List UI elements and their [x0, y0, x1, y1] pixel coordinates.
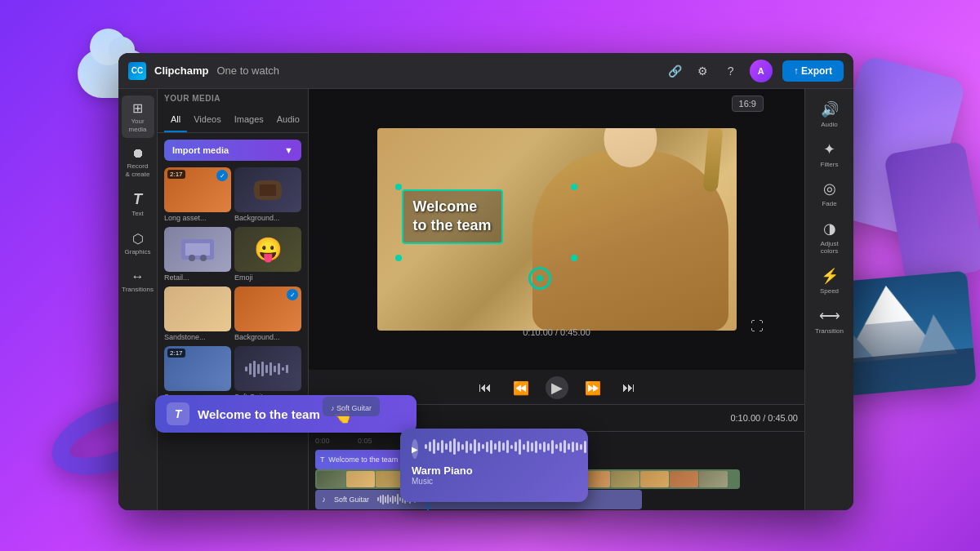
export-button[interactable]: ↑ Export — [782, 60, 844, 82]
media-item-6[interactable]: 2:17 Screen... — [164, 346, 231, 402]
soft-guitar-label: ♪ Soft Guitar — [331, 404, 372, 412]
svg-rect-15 — [265, 365, 268, 373]
sidebar-item-transitions[interactable]: ↔ Transitions — [122, 264, 154, 299]
step-back-button[interactable]: ⏪ — [510, 376, 532, 399]
svg-rect-16 — [270, 362, 272, 375]
colors-sidebar-label: Adjust colors — [812, 240, 848, 256]
import-media-button[interactable]: Import media ▼ — [164, 140, 301, 161]
handle-bl[interactable] — [395, 255, 402, 261]
handle-tl[interactable] — [395, 184, 402, 190]
project-name: One to watch — [216, 64, 279, 77]
media-item-1[interactable]: Background... — [234, 167, 301, 224]
tab-all[interactable]: All — [164, 108, 187, 132]
preview-area: 16:9 Welcometo the te — [309, 89, 804, 370]
filters-sidebar-label: Filters — [821, 161, 839, 169]
right-sidebar-audio[interactable]: 🔊 Audio — [808, 96, 851, 134]
media-panel-tabs: All Videos Images Audio — [158, 108, 308, 133]
media-duration-6: 2:17 — [167, 349, 185, 358]
svg-point-9 — [200, 255, 207, 261]
person-hair — [702, 128, 723, 193]
user-avatar[interactable]: A — [750, 60, 773, 82]
handle-tr[interactable] — [571, 184, 577, 190]
audio-card-play-button[interactable]: ▶ — [412, 439, 418, 459]
media-check-5: ✓ — [287, 289, 298, 300]
graphics-icon: ⬡ — [132, 231, 144, 247]
media-grid: 2:17 ✓ Long asset... Background... — [158, 167, 308, 402]
person-head — [604, 128, 657, 167]
audio-note-icon: ♪ — [322, 495, 326, 504]
fade-sidebar-label: Fade — [822, 200, 836, 208]
fullscreen-button[interactable]: ⛶ — [751, 319, 764, 334]
sidebar-item-your-media[interactable]: ⊞ Your media — [122, 96, 154, 138]
svg-rect-11 — [249, 363, 252, 375]
media-label-4: Sandstone... — [164, 331, 231, 343]
right-sidebar-fade[interactable]: ◎ Fade — [808, 175, 851, 213]
media-label-1: Background... — [234, 212, 301, 224]
audio-card-wave — [425, 438, 586, 455]
right-sidebar-colors[interactable]: ◑ Adjust colors — [808, 215, 851, 260]
media-item-5[interactable]: ✓ Background... — [234, 287, 301, 343]
svg-rect-19 — [282, 367, 284, 371]
preview-video: Welcometo the team — [377, 128, 737, 331]
circle-inner — [537, 275, 543, 282]
media-item-3[interactable]: 😛 Emoji — [234, 227, 301, 283]
tab-videos[interactable]: Videos — [187, 108, 227, 132]
share-icon[interactable]: 🔗 — [666, 62, 684, 80]
filters-sidebar-icon: ✦ — [823, 140, 835, 158]
audio-sidebar-icon: 🔊 — [821, 100, 839, 118]
media-label-2: Retail... — [164, 272, 231, 283]
svg-rect-20 — [286, 365, 288, 373]
vtm-1 — [317, 471, 345, 487]
sidebar-item-graphics[interactable]: ⬡ Graphics — [122, 226, 154, 261]
svg-rect-7 — [185, 243, 210, 256]
transition-sidebar-icon: ⟷ — [819, 307, 840, 325]
play-button[interactable]: ▶ — [546, 376, 568, 399]
right-sidebar: 🔊 Audio ✦ Filters ◎ Fade ◑ Adjust colors… — [804, 89, 853, 510]
text-icon: T — [133, 191, 142, 208]
your-media-label: Your media — [125, 118, 151, 133]
skip-back-button[interactable]: ⏮ — [474, 376, 497, 399]
media-label-3: Emoji — [234, 272, 301, 283]
fade-sidebar-icon: ◎ — [823, 180, 836, 198]
left-sidebar: ⊞ Your media ⏺ Record & create T Text ⬡ … — [118, 89, 158, 510]
aspect-ratio-button[interactable]: 16:9 — [732, 96, 764, 112]
time-display: 0:10.00 / 0:45.00 — [523, 327, 590, 337]
circle-indicator — [528, 267, 551, 290]
media-item-0[interactable]: 2:17 ✓ Long asset... — [164, 167, 231, 224]
settings-icon[interactable]: ⚙ — [694, 62, 712, 80]
vtm-2 — [346, 471, 375, 487]
audio-card-title: Warm Piano — [412, 464, 577, 477]
vtm-11 — [611, 471, 639, 487]
skip-forward-button[interactable]: ⏭ — [617, 376, 640, 399]
text-label: Text — [131, 210, 144, 218]
media-item-4[interactable]: Sandstone... — [164, 287, 231, 343]
floating-audio-card: ▶ — [400, 429, 588, 502]
vtm-13 — [670, 471, 698, 487]
ruler-1: 0:05 — [358, 437, 372, 445]
svg-rect-17 — [274, 366, 276, 372]
sidebar-item-record[interactable]: ⏺ Record & create — [122, 141, 154, 183]
transitions-label: Transitions — [122, 286, 154, 294]
media-item-2[interactable]: Retail... — [164, 227, 231, 283]
record-icon: ⏺ — [131, 146, 145, 161]
media-label-5: Background... — [234, 331, 301, 343]
preview-text-overlay: Welcometo the team — [402, 189, 503, 244]
speed-sidebar-label: Speed — [820, 287, 839, 295]
right-sidebar-transition[interactable]: ⟷ Transition — [808, 302, 851, 340]
media-label-0: Long asset... — [164, 212, 231, 224]
app-logo: CC — [128, 62, 146, 80]
media-item-7[interactable]: Soft Guitar — [234, 346, 301, 402]
right-sidebar-speed[interactable]: ⚡ Speed — [808, 262, 851, 300]
rect-decoration-bottom — [884, 141, 980, 284]
sidebar-item-text[interactable]: T Text — [122, 186, 154, 223]
floating-text-type-icon: T — [167, 402, 189, 425]
transition-sidebar-label: Transition — [815, 327, 844, 335]
floating-text-label: Welcome to the team — [198, 407, 320, 421]
help-icon[interactable]: ? — [722, 62, 740, 80]
tab-audio[interactable]: Audio — [270, 108, 306, 132]
right-sidebar-filters[interactable]: ✦ Filters — [808, 136, 851, 174]
handle-br[interactable] — [571, 255, 577, 261]
tab-images[interactable]: Images — [228, 108, 270, 132]
step-forward-button[interactable]: ⏩ — [581, 376, 604, 399]
preview-person — [492, 128, 737, 331]
